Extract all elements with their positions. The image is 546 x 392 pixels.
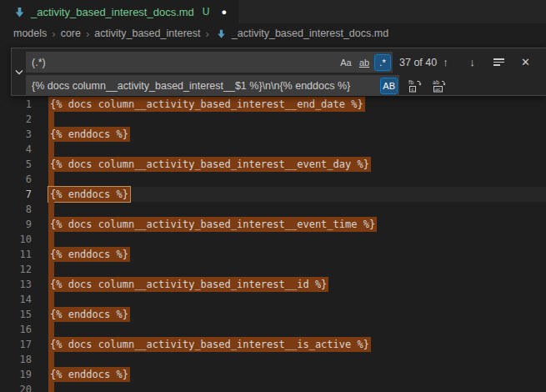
find-row: (.*) Aa ab .* 37 of 40 ↑ ↓ xyxy=(26,52,541,73)
code-line[interactable]: 6 xyxy=(0,172,546,187)
line-number: 9 xyxy=(0,217,32,232)
find-match: {% docs column__activity_based_interest_… xyxy=(48,277,328,292)
code-line[interactable]: 19 {% enddocs %} xyxy=(0,367,546,382)
code-line[interactable]: 3 {% enddocs %} xyxy=(0,127,546,142)
line-text: {% docs column__activity_based_interest_… xyxy=(48,97,365,112)
line-text xyxy=(48,352,54,367)
replace-input[interactable]: {% docs column__activity_based_interest_… xyxy=(26,75,399,96)
find-in-selection-button[interactable] xyxy=(492,55,506,69)
find-match: {% enddocs %} xyxy=(48,127,130,142)
line-number: 17 xyxy=(0,337,32,352)
code-line[interactable]: 10 xyxy=(0,232,546,247)
empty-line-find-match xyxy=(48,352,54,367)
code-line[interactable]: 18 xyxy=(0,352,546,367)
line-text xyxy=(48,382,54,392)
line-text: {% enddocs %} xyxy=(48,367,130,382)
line-text: {% docs column__activity_based_interest_… xyxy=(48,277,328,292)
code-line[interactable]: 15 {% enddocs %} xyxy=(0,307,546,322)
find-match: {% enddocs %} xyxy=(48,247,130,262)
breadcrumb-item-models[interactable]: models xyxy=(13,28,47,39)
replace-all-button[interactable]: ab ac xyxy=(432,78,446,93)
editor-pane[interactable]: 1 {% docs column__activity_based_interes… xyxy=(0,43,546,392)
find-match: {% enddocs %} xyxy=(48,367,130,382)
line-text: {% docs column__activity_based_interest_… xyxy=(48,337,371,352)
line-number: 3 xyxy=(0,127,32,142)
line-number: 4 xyxy=(0,142,32,157)
breadcrumb-item-file[interactable]: _activity_based_interest_docs.md xyxy=(232,28,388,39)
preserve-case-button[interactable]: AB xyxy=(380,78,398,94)
breadcrumb-item-core[interactable]: core xyxy=(61,28,81,39)
line-number: 2 xyxy=(0,112,32,127)
empty-line-find-match xyxy=(48,262,54,277)
code-line[interactable]: 14 xyxy=(0,292,546,307)
line-number: 1 xyxy=(0,97,32,112)
find-match: {% docs column__activity_based_interest_… xyxy=(48,337,371,352)
line-number: 15 xyxy=(0,307,32,322)
code-line[interactable]: 4 xyxy=(0,142,546,157)
replace-options: AB xyxy=(380,78,399,94)
code-line[interactable]: 12 xyxy=(0,262,546,277)
svg-text:ab: ab xyxy=(433,79,439,86)
tab-bar: _activity_based_interest_docs.md U ● xyxy=(0,0,546,23)
line-text xyxy=(48,292,54,307)
replace-row: {% docs column__activity_based_interest_… xyxy=(26,75,541,96)
code-line[interactable]: 1 {% docs column__activity_based_interes… xyxy=(0,97,546,112)
line-text: {% docs column__activity_based_interest_… xyxy=(48,157,371,172)
find-widget: (.*) Aa ab .* 37 of 40 ↑ ↓ xyxy=(11,48,546,96)
find-match: {% enddocs %} xyxy=(48,307,130,322)
breadcrumb: models › core › activity_based_interest … xyxy=(0,23,546,43)
git-status-badge: U xyxy=(203,6,210,18)
line-text xyxy=(48,322,54,337)
match-case-button[interactable]: Aa xyxy=(338,54,354,71)
use-regex-button[interactable]: .* xyxy=(374,54,391,71)
next-match-button[interactable]: ↓ xyxy=(465,55,479,69)
code-line[interactable]: 9 {% docs column__activity_based_interes… xyxy=(0,217,546,232)
line-text: {% enddocs %} xyxy=(48,247,130,262)
toggle-replace-chevron-icon[interactable] xyxy=(12,48,26,95)
markdown-icon xyxy=(216,28,227,39)
find-match: {% docs column__activity_based_interest_… xyxy=(48,97,365,112)
code-line[interactable]: 16 xyxy=(0,322,546,337)
line-number: 11 xyxy=(0,247,32,262)
previous-match-button[interactable]: ↑ xyxy=(438,55,453,69)
replace-button[interactable]: fb c xyxy=(408,78,422,93)
modified-dot-icon[interactable]: ● xyxy=(222,8,228,17)
line-text: {% enddocs %} xyxy=(48,307,130,322)
find-match: {% docs column__activity_based_interest_… xyxy=(48,157,371,172)
close-button[interactable]: ✕ xyxy=(518,55,533,69)
line-text: {% docs column__activity_based_interest_… xyxy=(48,217,377,232)
code-line[interactable]: 20 xyxy=(0,382,546,392)
svg-text:fb: fb xyxy=(408,79,413,86)
line-text xyxy=(48,262,54,277)
code-line[interactable]: 5 {% docs column__activity_based_interes… xyxy=(0,157,546,172)
line-number: 20 xyxy=(0,382,32,392)
code-line[interactable]: 7 {% enddocs %} xyxy=(0,187,546,202)
line-number: 14 xyxy=(0,292,32,307)
line-number: 5 xyxy=(0,157,32,172)
code-line[interactable]: 8 xyxy=(0,202,546,217)
code-line[interactable]: 17 {% docs column__activity_based_intere… xyxy=(0,337,546,352)
line-number: 19 xyxy=(0,367,32,382)
code-line[interactable]: 2 xyxy=(0,112,546,127)
line-text: {% enddocs %} xyxy=(48,127,130,142)
empty-line-find-match xyxy=(48,142,54,157)
breadcrumb-item-activity-based-interest[interactable]: activity_based_interest xyxy=(94,28,200,39)
empty-line-find-match xyxy=(48,322,54,337)
code-line[interactable]: 11 {% enddocs %} xyxy=(0,247,546,262)
empty-line-find-match xyxy=(48,232,54,247)
match-count: 37 of 40 xyxy=(399,57,437,68)
line-text xyxy=(48,142,54,157)
markdown-icon xyxy=(13,6,26,18)
current-find-match: {% enddocs %} xyxy=(48,187,130,202)
line-text xyxy=(48,112,54,127)
code-line[interactable]: 13 {% docs column__activity_based_intere… xyxy=(0,277,546,292)
find-input[interactable]: (.*) Aa ab .* xyxy=(26,52,393,73)
line-number: 6 xyxy=(0,172,32,187)
code-lines: 1 {% docs column__activity_based_interes… xyxy=(0,97,546,392)
editor-tab[interactable]: _activity_based_interest_docs.md U ● xyxy=(0,0,238,23)
empty-line-find-match xyxy=(48,292,54,307)
line-number: 18 xyxy=(0,352,32,367)
line-text xyxy=(48,202,54,217)
line-number: 13 xyxy=(0,277,32,292)
whole-word-button[interactable]: ab xyxy=(356,54,373,71)
